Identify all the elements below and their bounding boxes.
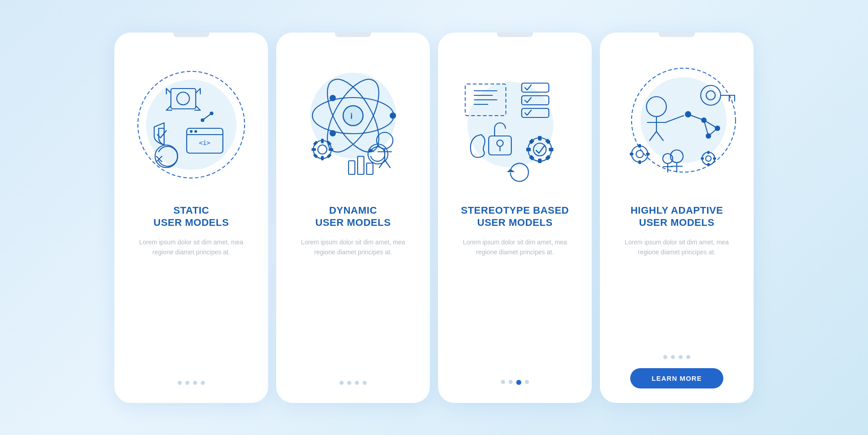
svg-point-29: [390, 112, 396, 119]
svg-rect-69: [526, 148, 531, 151]
svg-rect-34: [321, 139, 324, 143]
svg-point-27: [343, 106, 363, 126]
svg-point-15: [194, 130, 197, 133]
svg-point-30: [330, 95, 336, 101]
card-dynamic-dots: [340, 381, 367, 385]
card-highly-adaptive-dots: [663, 355, 690, 359]
dot-h1[interactable]: [663, 355, 667, 359]
card-static-description: Lorem ipsum dolor sit dim amet, mea regi…: [128, 237, 255, 257]
svg-rect-111: [708, 163, 710, 166]
svg-text:<i>: <i>: [199, 139, 210, 146]
svg-rect-51: [367, 163, 373, 174]
card-highly-adaptive-title: HIGHLY ADAPTIVEUSER MODELS: [631, 204, 723, 229]
card-stereotype-content: STEREOTYPE BASEDUSER MODELS Lorem ipsum …: [438, 204, 592, 388]
dot-d1[interactable]: [340, 381, 344, 385]
card-stereotype: STEREOTYPE BASEDUSER MODELS Lorem ipsum …: [438, 33, 592, 403]
svg-rect-66: [538, 136, 542, 140]
card-highly-adaptive: HIGHLY ADAPTIVEUSER MODELS Lorem ipsum d…: [600, 33, 754, 403]
card-static-content: STATICUSER MODELS Lorem ipsum dolor sit …: [114, 204, 268, 388]
svg-rect-99: [638, 160, 641, 164]
svg-line-48: [385, 160, 390, 168]
dot-2[interactable]: [185, 381, 189, 385]
dot-s4[interactable]: [525, 380, 529, 384]
dot-s3-active[interactable]: [516, 380, 521, 385]
svg-rect-110: [708, 151, 710, 154]
svg-point-33: [318, 145, 327, 154]
svg-rect-67: [538, 159, 542, 163]
phone-notch-3: [497, 33, 533, 37]
illustration-highly-adaptive: [600, 37, 754, 204]
svg-point-14: [190, 130, 193, 133]
dot-4[interactable]: [201, 381, 205, 385]
card-highly-adaptive-content: HIGHLY ADAPTIVEUSER MODELS Lorem ipsum d…: [600, 204, 754, 388]
svg-rect-98: [638, 144, 641, 148]
svg-rect-35: [321, 156, 324, 160]
svg-point-97: [636, 150, 643, 158]
illustration-static: <i>: [114, 37, 268, 204]
svg-point-31: [330, 130, 336, 136]
dot-h2[interactable]: [671, 355, 675, 359]
dot-1[interactable]: [178, 381, 182, 385]
card-dynamic: i: [276, 33, 430, 403]
svg-rect-113: [701, 157, 704, 159]
dot-h3[interactable]: [679, 355, 683, 359]
dot-d3[interactable]: [355, 381, 359, 385]
card-static-dots: [178, 381, 205, 385]
dot-d2[interactable]: [347, 381, 351, 385]
svg-rect-68: [549, 148, 553, 151]
phone-notch-4: [659, 33, 695, 37]
stereotype-svg: [452, 61, 578, 188]
svg-point-75: [641, 77, 726, 163]
learn-more-button[interactable]: LEARN MORE: [630, 368, 724, 388]
svg-rect-50: [358, 156, 364, 174]
svg-text:i: i: [350, 112, 353, 121]
highly-adaptive-svg: [613, 61, 740, 188]
cards-container: <i> STATICUSER MODELS Lorem ipsum dolor …: [96, 14, 772, 421]
card-dynamic-content: DYNAMICUSER MODELS Lorem ipsum dolor sit…: [276, 204, 430, 388]
svg-rect-101: [630, 153, 633, 155]
svg-rect-37: [311, 148, 316, 151]
card-static-title: STATICUSER MODELS: [154, 204, 229, 229]
card-stereotype-title: STEREOTYPE BASEDUSER MODELS: [461, 204, 569, 229]
illustration-stereotype: [438, 37, 592, 204]
dot-s1[interactable]: [501, 380, 505, 384]
svg-rect-100: [646, 153, 650, 155]
svg-point-96: [632, 146, 648, 162]
static-svg: <i>: [128, 61, 255, 188]
card-dynamic-description: Lorem ipsum dolor sit dim amet, mea regi…: [290, 237, 416, 257]
illustration-dynamic: i: [276, 37, 430, 204]
dot-3[interactable]: [193, 381, 197, 385]
card-stereotype-dots: [501, 380, 529, 385]
svg-rect-112: [713, 157, 716, 159]
card-dynamic-title: DYNAMICUSER MODELS: [316, 204, 391, 229]
dynamic-svg: i: [290, 61, 416, 188]
svg-marker-74: [507, 169, 515, 172]
card-static: <i> STATICUSER MODELS Lorem ipsum dolor …: [114, 33, 268, 403]
svg-point-109: [706, 156, 711, 161]
phone-notch: [173, 33, 209, 37]
phone-notch-2: [335, 33, 371, 37]
svg-rect-36: [329, 148, 333, 151]
dot-s2[interactable]: [509, 380, 513, 384]
dot-d4[interactable]: [363, 381, 367, 385]
card-highly-adaptive-description: Lorem ipsum dolor sit dim amet, mea regi…: [613, 237, 740, 257]
card-stereotype-description: Lorem ipsum dolor sit dim amet, mea regi…: [452, 237, 578, 257]
dot-h4[interactable]: [686, 355, 690, 359]
svg-rect-49: [349, 161, 355, 174]
